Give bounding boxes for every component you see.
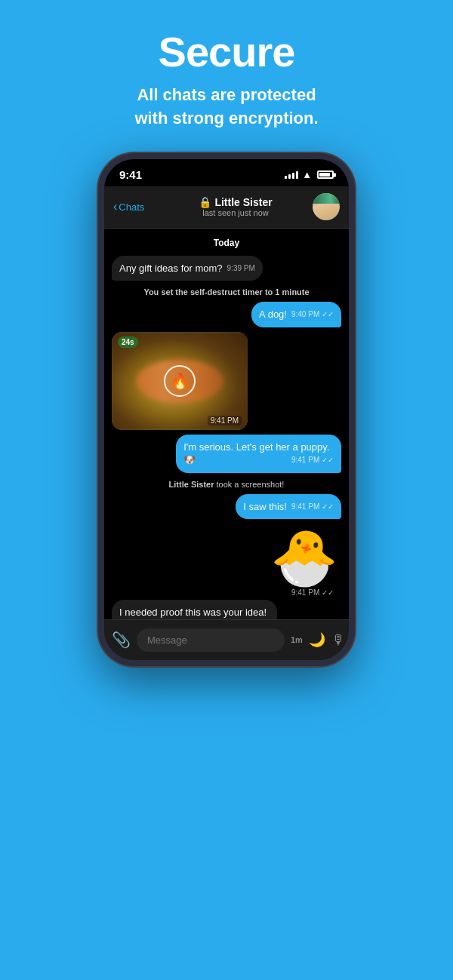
status-time: 9:41 [119,168,142,181]
message-bubble: I'm serious. Let's get her a puppy. 🐶 9:… [176,435,341,473]
back-label: Chats [119,201,144,213]
header-center: 🔒 Little Sister last seen just now [159,196,313,217]
message-text: I saw this! [243,501,287,512]
sticker-row: 🐣 9:41 PM ✓✓ [112,524,341,597]
back-chevron-icon: ‹ [113,200,117,214]
battery-icon [317,171,334,179]
message-text: I needed proof this was your idea! 😨🤫 [119,607,267,619]
back-button[interactable]: ‹ Chats [113,200,159,214]
media-message-row: 🔥 24s 9:41 PM [112,332,341,430]
chat-area: Today Any gift ideas for mom? 9:39 PM Yo… [104,229,349,619]
message-time: 9:41 PM ✓✓ [291,455,334,465]
message-row: I saw this! 9:41 PM ✓✓ [112,494,341,520]
wifi-icon: ▲ [302,169,312,180]
chat-header: ‹ Chats 🔒 Little Sister last seen just n… [104,186,349,229]
avatar-image [313,193,340,220]
message-bubble: Any gift ideas for mom? 9:39 PM [112,256,263,281]
message-bubble: A dog! 9:40 PM ✓✓ [251,302,341,327]
status-icons: ▲ [285,169,334,180]
moon-icon[interactable]: 🌙 [309,631,325,648]
read-ticks: ✓✓ [322,310,334,318]
play-button[interactable]: 🔥 [164,365,196,397]
message-time: 9:41 PM ✓✓ [291,502,334,512]
avatar-hair [313,193,340,204]
status-bar: 9:41 ▲ [104,159,349,186]
read-ticks: ✓✓ [322,456,334,464]
contact-name: 🔒 Little Sister [199,196,272,208]
message-bubble: I needed proof this was your idea! 😨🤫 9:… [112,600,277,619]
sticker: 🐣 [270,524,338,591]
hero-subtitle: All chats are protectedwith strong encry… [104,84,348,131]
media-bubble[interactable]: 🔥 24s 9:41 PM [112,332,248,430]
attach-button[interactable]: 📎 [112,631,131,649]
message-text: Any gift ideas for mom? [119,263,223,274]
phone-mockup: 9:41 ▲ ‹ Chats [98,153,355,666]
message-row: I'm serious. Let's get her a puppy. 🐶 9:… [112,435,341,473]
signal-icon [285,171,298,179]
date-divider: Today [112,238,341,248]
screenshot-notice: Little Sister took a screenshot! [112,480,341,489]
message-input[interactable] [137,628,285,652]
media-time: 9:41 PM [208,416,242,425]
message-row: I needed proof this was your idea! 😨🤫 9:… [112,600,341,619]
message-time: 9:39 PM [227,263,255,274]
message-bubble: I saw this! 9:41 PM ✓✓ [236,494,341,520]
read-ticks: ✓✓ [322,502,334,511]
contact-status: last seen just now [202,208,268,217]
media-timer: 24s [118,336,138,348]
message-row: Any gift ideas for mom? 9:39 PM [112,256,341,281]
avatar[interactable] [313,193,340,220]
fire-icon: 🔥 [171,372,190,390]
input-bar: 📎 1m 🌙 🎙 [104,619,349,660]
timer-indicator: 1m [291,635,303,644]
mic-icon[interactable]: 🎙 [331,632,345,648]
hero-title: Secure [159,27,295,76]
message-text: A dog! [259,309,287,320]
message-row: A dog! 9:40 PM ✓✓ [112,302,341,327]
lock-icon: 🔒 [199,196,211,208]
system-message: You set the self-destruct timer to 1 min… [112,287,341,296]
phone-screen: 9:41 ▲ ‹ Chats [98,153,355,666]
sticker-time: 9:41 PM ✓✓ [270,588,338,597]
message-time: 9:40 PM ✓✓ [291,309,334,320]
